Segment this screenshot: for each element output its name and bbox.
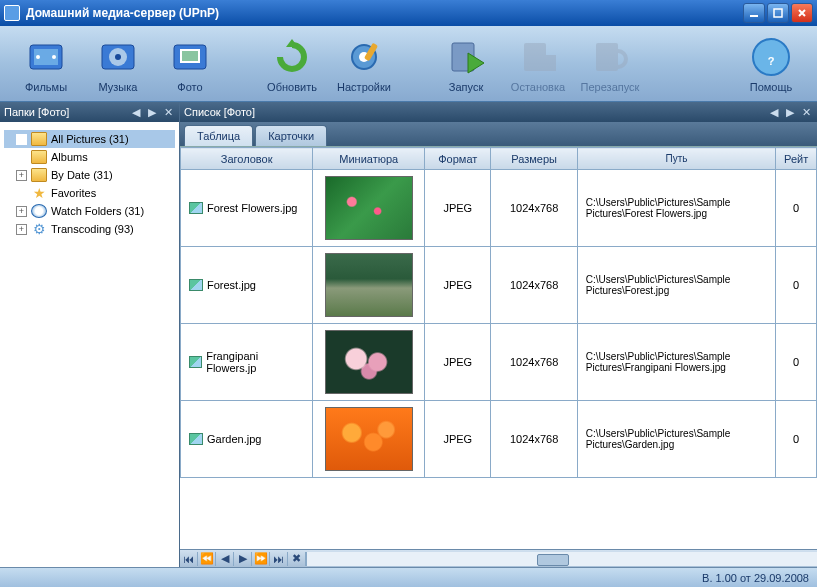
photo-button[interactable]: Фото bbox=[154, 35, 226, 93]
file-rating: 0 bbox=[776, 401, 817, 478]
file-title: Forest.jpg bbox=[207, 279, 256, 291]
films-button[interactable]: Фильмы bbox=[10, 35, 82, 93]
table-row[interactable]: Frangipani Flowers.jpJPEG1024x768C:\User… bbox=[181, 324, 817, 401]
file-path: C:\Users\Public\Pictures\Sample Pictures… bbox=[577, 247, 775, 324]
nav-nextpage-icon[interactable]: ⏩ bbox=[252, 552, 270, 566]
col-header-format[interactable]: Формат bbox=[425, 148, 491, 170]
folders-panel-header: Папки [Фото] ◀ ▶ ✕ bbox=[0, 102, 179, 122]
panel-close-icon[interactable]: ✕ bbox=[799, 105, 813, 119]
file-table-wrap[interactable]: Заголовок Миниатюра Формат Размеры Путь … bbox=[180, 146, 817, 549]
statusbar: В. 1.00 от 29.09.2008 bbox=[0, 567, 817, 587]
music-icon bbox=[96, 35, 140, 79]
record-navigator: ⏮ ⏪ ◀ ▶ ⏩ ⏭ ✖ bbox=[180, 549, 817, 567]
nav-prev-icon[interactable]: ◀ bbox=[216, 552, 234, 566]
version-label: В. 1.00 от 29.09.2008 bbox=[702, 572, 809, 584]
settings-button[interactable]: Настройки bbox=[328, 35, 400, 93]
restart-button: Перезапуск bbox=[574, 35, 646, 93]
image-file-icon bbox=[189, 202, 203, 214]
panel-next-icon[interactable]: ▶ bbox=[145, 105, 159, 119]
start-icon bbox=[444, 35, 488, 79]
maximize-button[interactable] bbox=[767, 3, 789, 23]
file-table: Заголовок Миниатюра Формат Размеры Путь … bbox=[180, 147, 817, 478]
file-path: C:\Users\Public\Pictures\Sample Pictures… bbox=[577, 324, 775, 401]
nav-prevpage-icon[interactable]: ⏪ bbox=[198, 552, 216, 566]
file-format: JPEG bbox=[425, 170, 491, 247]
music-label: Музыка bbox=[82, 81, 154, 93]
table-row[interactable]: Forest Flowers.jpgJPEG1024x768C:\Users\P… bbox=[181, 170, 817, 247]
horizontal-scrollbar[interactable] bbox=[306, 552, 817, 566]
main-toolbar: Фильмы Музыка Фото Обновить Настройки За… bbox=[0, 26, 817, 102]
col-header-title[interactable]: Заголовок bbox=[181, 148, 313, 170]
expand-spacer bbox=[16, 134, 27, 145]
panel-prev-icon[interactable]: ◀ bbox=[767, 105, 781, 119]
svg-text:?: ? bbox=[768, 55, 775, 67]
star-icon: ★ bbox=[31, 186, 47, 200]
panel-close-icon[interactable]: ✕ bbox=[161, 105, 175, 119]
expand-icon[interactable]: + bbox=[16, 224, 27, 235]
tree-item-label: Albums bbox=[51, 151, 88, 163]
titlebar: Домашний медиа-сервер (UPnP) bbox=[0, 0, 817, 26]
folder-icon bbox=[31, 150, 47, 164]
panel-prev-icon[interactable]: ◀ bbox=[129, 105, 143, 119]
table-row[interactable]: Garden.jpgJPEG1024x768C:\Users\Public\Pi… bbox=[181, 401, 817, 478]
refresh-button[interactable]: Обновить bbox=[256, 35, 328, 93]
tab-table[interactable]: Таблица bbox=[184, 125, 253, 146]
films-label: Фильмы bbox=[10, 81, 82, 93]
tree-item[interactable]: +Watch Folders (31) bbox=[4, 202, 175, 220]
start-button[interactable]: Запуск bbox=[430, 35, 502, 93]
thumbnail bbox=[325, 253, 413, 317]
help-label: Помощь bbox=[735, 81, 807, 93]
col-header-size[interactable]: Размеры bbox=[491, 148, 577, 170]
refresh-label: Обновить bbox=[256, 81, 328, 93]
table-row[interactable]: Forest.jpgJPEG1024x768C:\Users\Public\Pi… bbox=[181, 247, 817, 324]
tree-item[interactable]: Albums bbox=[4, 148, 175, 166]
list-panel: Список [Фото] ◀ ▶ ✕ Таблица Карточки Заг… bbox=[180, 102, 817, 567]
thumbnail bbox=[325, 407, 413, 471]
nav-bookmark-icon[interactable]: ✖ bbox=[288, 552, 306, 566]
close-button[interactable] bbox=[791, 3, 813, 23]
music-button[interactable]: Музыка bbox=[82, 35, 154, 93]
stop-button: Остановка bbox=[502, 35, 574, 93]
tree-item[interactable]: ★Favorites bbox=[4, 184, 175, 202]
svg-rect-11 bbox=[182, 51, 198, 61]
tree-item[interactable]: +⚙Transcoding (93) bbox=[4, 220, 175, 238]
expand-icon[interactable]: + bbox=[16, 170, 27, 181]
svg-point-4 bbox=[36, 55, 40, 59]
tree-item-label: Transcoding (93) bbox=[51, 223, 134, 235]
nav-next-icon[interactable]: ▶ bbox=[234, 552, 252, 566]
stop-label: Остановка bbox=[502, 81, 574, 93]
thumbnail bbox=[325, 176, 413, 240]
tree-item[interactable]: +By Date (31) bbox=[4, 166, 175, 184]
panel-next-icon[interactable]: ▶ bbox=[783, 105, 797, 119]
col-header-path[interactable]: Путь bbox=[577, 148, 775, 170]
file-dimensions: 1024x768 bbox=[491, 170, 577, 247]
image-file-icon bbox=[189, 356, 202, 368]
folder-icon bbox=[31, 132, 47, 146]
svg-rect-0 bbox=[750, 15, 758, 17]
help-button[interactable]: ? Помощь bbox=[735, 35, 807, 93]
folder-icon bbox=[31, 168, 47, 182]
expand-icon[interactable]: + bbox=[16, 206, 27, 217]
view-tabs: Таблица Карточки bbox=[180, 122, 817, 146]
image-file-icon bbox=[189, 433, 203, 445]
tree-item-label: By Date (31) bbox=[51, 169, 113, 181]
tab-cards[interactable]: Карточки bbox=[255, 125, 327, 146]
stop-icon bbox=[516, 35, 560, 79]
image-file-icon bbox=[189, 279, 203, 291]
col-header-thumb[interactable]: Миниатюра bbox=[313, 148, 425, 170]
col-header-rating[interactable]: Рейт bbox=[776, 148, 817, 170]
nav-first-icon[interactable]: ⏮ bbox=[180, 552, 198, 566]
minimize-button[interactable] bbox=[743, 3, 765, 23]
list-panel-header: Список [Фото] ◀ ▶ ✕ bbox=[180, 102, 817, 122]
expand-spacer bbox=[16, 188, 27, 199]
film-icon bbox=[24, 35, 68, 79]
folder-tree[interactable]: All Pictures (31)Albums+By Date (31)★Fav… bbox=[0, 122, 179, 567]
file-format: JPEG bbox=[425, 324, 491, 401]
nav-last-icon[interactable]: ⏭ bbox=[270, 552, 288, 566]
file-path: C:\Users\Public\Pictures\Sample Pictures… bbox=[577, 401, 775, 478]
clock-icon bbox=[31, 204, 47, 218]
svg-point-8 bbox=[115, 54, 121, 60]
file-title: Frangipani Flowers.jp bbox=[206, 350, 304, 374]
file-title: Forest Flowers.jpg bbox=[207, 202, 297, 214]
tree-item[interactable]: All Pictures (31) bbox=[4, 130, 175, 148]
